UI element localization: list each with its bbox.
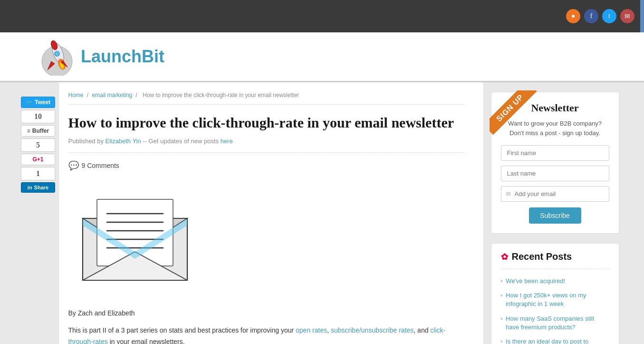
first-name-input[interactable] xyxy=(501,145,609,161)
list-item: How many SaaS companies still have freem… xyxy=(501,312,609,334)
gplus-button[interactable]: G+1 xyxy=(21,154,55,165)
comments-count[interactable]: 💬 9 Comments xyxy=(68,160,464,180)
signup-ribbon: SIGN UP xyxy=(490,90,542,143)
breadcrumb-sep2: / xyxy=(136,92,139,98)
breadcrumb-home[interactable]: Home xyxy=(68,92,84,98)
top-bar: ● f t ✉ xyxy=(0,0,644,32)
recent-post-link-4[interactable]: Is there an ideal day to post to Faceboo… xyxy=(506,337,609,344)
buffer-count: 5 xyxy=(21,138,55,152)
author-link[interactable]: Elizabeth Yin xyxy=(106,138,141,145)
author-suffix: -- Get updates of new posts xyxy=(141,138,221,145)
email-input-wrapper: ✉ xyxy=(501,186,609,202)
tweet-count: 10 xyxy=(21,110,55,123)
email-input[interactable] xyxy=(501,186,609,202)
tweet-icon: 🐦 xyxy=(26,99,33,106)
sidebar: SIGN UP Newsletter Want to grow your B2B… xyxy=(484,82,626,344)
recent-posts-widget: ✿ Recent Posts We've been acquired! How … xyxy=(491,243,619,344)
recent-post-link-1[interactable]: We've been acquired! xyxy=(506,277,565,285)
breadcrumb-category[interactable]: email marketing xyxy=(92,92,133,98)
article-byline: Published by Elizabeth Yin -- Get update… xyxy=(68,138,464,153)
buffer-icon: ≡ xyxy=(27,128,30,134)
email-icon[interactable]: ✉ xyxy=(620,9,634,23)
twitter-icon[interactable]: t xyxy=(602,9,616,23)
article-title: How to improve the click-through-rate in… xyxy=(68,113,464,132)
comment-bubble-icon: 💬 xyxy=(68,160,79,171)
tweet-button[interactable]: 🐦 Tweet xyxy=(21,97,55,108)
scrollbar[interactable] xyxy=(640,0,644,32)
envelope-svg xyxy=(68,190,202,295)
breadcrumb: Home / email marketing / How to improve … xyxy=(68,92,464,105)
last-name-input[interactable] xyxy=(501,166,609,181)
logo-container[interactable]: LaunchBit xyxy=(38,38,164,76)
site-header: LaunchBit xyxy=(0,32,644,82)
author-prefix: Published by xyxy=(68,138,106,145)
buffer-button[interactable]: ≡ Buffer xyxy=(21,125,55,137)
breadcrumb-current: How to improve the click-through-rate in… xyxy=(143,92,299,98)
main-content: Home / email marketing / How to improve … xyxy=(58,82,484,344)
rss-icon[interactable]: ● xyxy=(566,9,580,23)
linkedin-button[interactable]: in Share xyxy=(21,182,55,193)
signup-ribbon-text: SIGN UP xyxy=(490,90,537,135)
social-bar: 🐦 Tweet 10 ≡ Buffer 5 G+1 1 in Share xyxy=(18,82,58,344)
subscribe-button[interactable]: Subscribe xyxy=(529,207,581,224)
list-item: How I got 250k+ views on my infographic … xyxy=(501,288,609,311)
article-image xyxy=(68,190,202,296)
recent-post-link-2[interactable]: How I got 250k+ views on my infographic … xyxy=(506,291,609,308)
svg-point-3 xyxy=(55,51,59,56)
gplus-count: 1 xyxy=(21,167,55,180)
body-intro: This is part II of a 3 part series on st… xyxy=(68,325,464,344)
comments-label: 9 Comments xyxy=(82,162,119,169)
recent-post-link-3[interactable]: How many SaaS companies still have freem… xyxy=(506,315,609,332)
recent-posts-title: ✿ Recent Posts xyxy=(501,251,609,262)
article-body: By Zach and Elizabeth This is part II of… xyxy=(68,308,464,344)
body-author: By Zach and Elizabeth xyxy=(68,308,464,319)
top-social-icons: ● f t ✉ xyxy=(566,9,634,23)
open-rates-link[interactable]: open rates xyxy=(296,326,327,334)
list-item: We've been acquired! xyxy=(501,274,609,288)
rocket-logo xyxy=(38,38,76,76)
linkedin-icon: in xyxy=(28,185,32,190)
email-envelope-icon: ✉ xyxy=(506,190,511,198)
recent-posts-list: We've been acquired! How I got 250k+ vie… xyxy=(501,269,609,344)
page-wrapper: 🐦 Tweet 10 ≡ Buffer 5 G+1 1 in Share Hom… xyxy=(18,82,626,344)
newsletter-widget: SIGN UP Newsletter Want to grow your B2B… xyxy=(491,92,619,234)
breadcrumb-sep1: / xyxy=(87,92,90,98)
here-link[interactable]: here xyxy=(221,138,233,145)
list-item: Is there an ideal day to post to Faceboo… xyxy=(501,334,609,344)
star-icon: ✿ xyxy=(501,252,508,262)
site-title[interactable]: LaunchBit xyxy=(81,47,164,67)
subscribe-link[interactable]: subscribe/unsubscribe rates xyxy=(331,326,413,334)
facebook-icon[interactable]: f xyxy=(584,9,598,23)
